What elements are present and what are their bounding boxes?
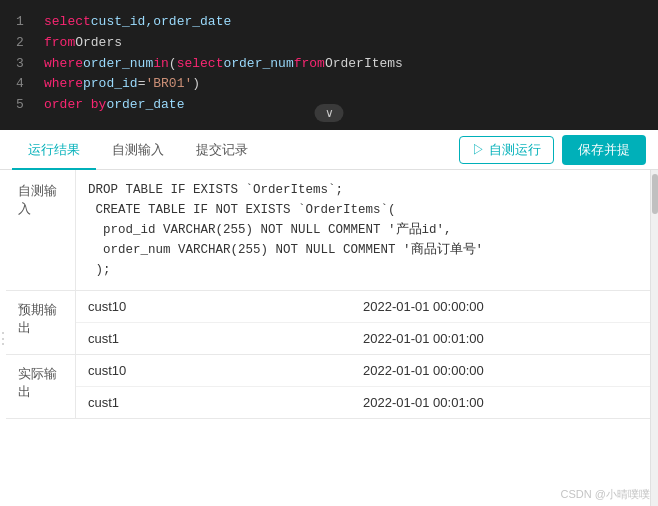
- self-input-line-3: prod_id VARCHAR(255) NOT NULL COMMENT '产…: [88, 220, 638, 240]
- actual-row-1: cust10 2022-01-01 00:00:00: [76, 355, 650, 387]
- actual-cell-1-1: cust10: [88, 363, 363, 378]
- tabs-bar: 运行结果 自测输入 提交记录 ▷ 自测运行 保存并提: [0, 130, 658, 170]
- code-text: order_date: [106, 95, 184, 116]
- code-editor[interactable]: 1 select cust_id,order_date 2 from Order…: [0, 0, 658, 130]
- actual-cell-2-2: 2022-01-01 00:01:00: [363, 395, 638, 410]
- actual-row-2: cust1 2022-01-01 00:01:00: [76, 387, 650, 418]
- line-number: 3: [16, 54, 36, 75]
- expected-output-table: cust10 2022-01-01 00:00:00 cust1 2022-01…: [76, 291, 650, 354]
- expected-row-1: cust10 2022-01-01 00:00:00: [76, 291, 650, 323]
- expected-cell-1-1: cust10: [88, 299, 363, 314]
- self-run-button[interactable]: ▷ 自测运行: [459, 136, 554, 164]
- code-text: order_num: [223, 54, 293, 75]
- code-text: ): [192, 74, 200, 95]
- expected-cell-2-1: cust1: [88, 331, 363, 346]
- actual-cell-1-2: 2022-01-01 00:00:00: [363, 363, 638, 378]
- line-number: 2: [16, 33, 36, 54]
- keyword: order by: [44, 95, 106, 116]
- code-line-3: 3 where order_num in ( select order_num …: [16, 54, 642, 75]
- code-text: (: [169, 54, 177, 75]
- actual-cell-2-1: cust1: [88, 395, 363, 410]
- self-input-line-5: );: [88, 260, 638, 280]
- line-number: 5: [16, 95, 36, 116]
- code-text: =: [138, 74, 146, 95]
- code-text: prod_id: [83, 74, 138, 95]
- collapse-button[interactable]: ∨: [315, 104, 344, 122]
- keyword: in: [153, 54, 169, 75]
- self-input-body[interactable]: DROP TABLE IF EXISTS `OrderItems`; CREAT…: [76, 170, 650, 290]
- tabs-bar-actions: ▷ 自测运行 保存并提: [459, 135, 646, 165]
- self-input-line-2: CREATE TABLE IF NOT EXISTS `OrderItems`(: [88, 200, 638, 220]
- code-text: Orders: [75, 33, 122, 54]
- tab-submit-history[interactable]: 提交记录: [180, 130, 264, 170]
- line-number: 4: [16, 74, 36, 95]
- self-input-label: 自测输入: [6, 170, 76, 290]
- self-input-line-4: order_num VARCHAR(255) NOT NULL COMMENT …: [88, 240, 638, 260]
- self-input-section: 自测输入 DROP TABLE IF EXISTS `OrderItems`; …: [6, 170, 650, 291]
- tab-run-results[interactable]: 运行结果: [12, 130, 96, 170]
- actual-output-label: 实际输出: [6, 355, 76, 418]
- keyword: select: [44, 12, 91, 33]
- code-text: order_num: [83, 54, 153, 75]
- scrollbar[interactable]: [650, 170, 658, 506]
- keyword: from: [44, 33, 75, 54]
- tab-self-input[interactable]: 自测输入: [96, 130, 180, 170]
- code-text: cust_id,order_date: [91, 12, 231, 33]
- code-line-1: 1 select cust_id,order_date: [16, 12, 642, 33]
- code-line-2: 2 from Orders: [16, 33, 642, 54]
- expected-cell-2-2: 2022-01-01 00:01:00: [363, 331, 638, 346]
- expected-output-label: 预期输出: [6, 291, 76, 354]
- expected-row-2: cust1 2022-01-01 00:01:00: [76, 323, 650, 354]
- expected-output-section: 预期输出 cust10 2022-01-01 00:00:00 cust1 20…: [6, 291, 650, 355]
- actual-output-section: 实际输出 cust10 2022-01-01 00:00:00 cust1 20…: [6, 355, 650, 419]
- keyword: select: [177, 54, 224, 75]
- content-area: ⋮ 自测输入 DROP TABLE IF EXISTS `OrderItems`…: [0, 170, 658, 506]
- keyword: where: [44, 74, 83, 95]
- watermark: CSDN @小晴噗噗: [561, 487, 650, 502]
- self-input-line-1: DROP TABLE IF EXISTS `OrderItems`;: [88, 180, 638, 200]
- actual-output-table: cust10 2022-01-01 00:00:00 cust1 2022-01…: [76, 355, 650, 418]
- main-content: 自测输入 DROP TABLE IF EXISTS `OrderItems`; …: [6, 170, 650, 506]
- scrollbar-thumb[interactable]: [652, 174, 658, 214]
- keyword: where: [44, 54, 83, 75]
- line-number: 1: [16, 12, 36, 33]
- keyword: from: [294, 54, 325, 75]
- code-line-4: 4 where prod_id = 'BR01' ): [16, 74, 642, 95]
- code-text: OrderItems: [325, 54, 403, 75]
- string-literal: 'BR01': [145, 74, 192, 95]
- expected-cell-1-2: 2022-01-01 00:00:00: [363, 299, 638, 314]
- save-submit-button[interactable]: 保存并提: [562, 135, 646, 165]
